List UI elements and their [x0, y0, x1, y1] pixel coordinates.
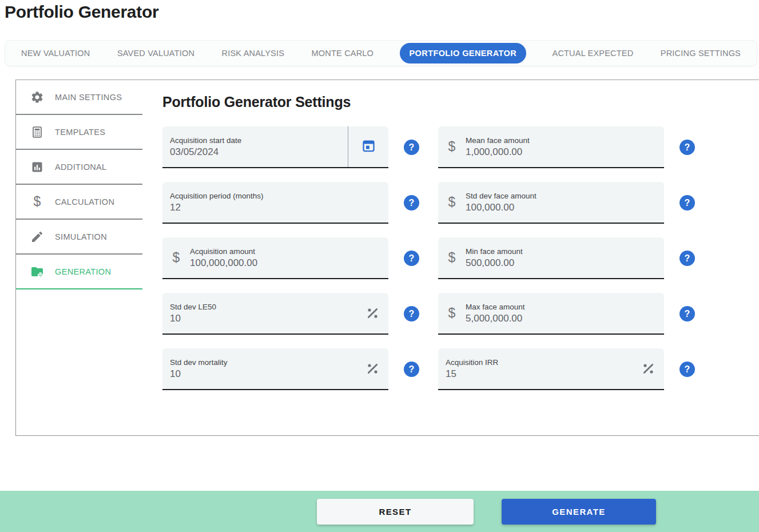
field-max-face-amount[interactable]: $ Max face amount 5,000,000.00 [438, 293, 664, 335]
sidebar-item-simulation[interactable]: SIMULATION [16, 220, 142, 255]
sidebar-item-additional[interactable]: ADDITIONAL [16, 150, 142, 185]
percent-icon [356, 293, 388, 334]
sidebar-item-label: CALCULATION [55, 197, 114, 207]
help-icon[interactable]: ? [679, 140, 695, 155]
help-icon[interactable]: ? [404, 140, 419, 155]
reset-button[interactable]: RESET [317, 499, 474, 525]
field-label: Max face amount [466, 303, 525, 311]
tab-risk-analysis[interactable]: RISK ANALYSIS [221, 43, 286, 63]
content-box: MAIN SETTINGS TEMPLATES ADDITIONAL $ CAL… [15, 80, 759, 436]
pencil-icon [30, 230, 44, 244]
field-value: 5,000,000.00 [466, 313, 525, 324]
form-row: Std dev LE50 10 ? $ [162, 293, 759, 335]
field-acquisition-irr[interactable]: Acquisition IRR 15 [438, 348, 664, 390]
percent-icon [632, 348, 664, 389]
dollar-prefix-icon: $ [162, 250, 190, 265]
settings-heading: Portfolio Generator Settings [162, 94, 759, 110]
field-label: Min face amount [466, 247, 523, 256]
tab-pricing-settings[interactable]: PRICING SETTINGS [659, 43, 742, 63]
bar-chart-icon [30, 160, 44, 174]
field-value: 03/05/2024 [170, 146, 241, 158]
folder-plus-icon [30, 265, 44, 279]
field-label: Std dev face amount [466, 192, 537, 200]
field-value: 100,000,000.00 [190, 257, 257, 269]
help-icon[interactable]: ? [404, 251, 419, 266]
form-row: Acquisition period (months) 12 ? $ Std d… [162, 182, 759, 224]
tab-saved-valuation[interactable]: SAVED VALUATION [116, 43, 196, 63]
field-acquisition-period[interactable]: Acquisition period (months) 12 [162, 182, 388, 224]
sidebar-item-label: GENERATION [55, 267, 111, 276]
sidebar-item-label: TEMPLATES [55, 128, 105, 137]
calendar-icon [361, 138, 376, 156]
date-picker-button[interactable] [348, 126, 388, 167]
tab-monte-carlo[interactable]: MONTE CARLO [311, 43, 375, 63]
sidebar-item-label: MAIN SETTINGS [55, 93, 122, 102]
form-row: $ Acquisition amount 100,000,000.00 ? $ [162, 237, 759, 279]
sidebar-item-templates[interactable]: TEMPLATES [16, 115, 142, 150]
field-mean-face-amount[interactable]: $ Mean face amount 1,000,000.00 [438, 126, 664, 168]
gear-icon [30, 90, 44, 104]
dollar-prefix-icon: $ [438, 305, 466, 321]
field-min-face-amount[interactable]: $ Min face amount 500,000.00 [438, 237, 664, 279]
field-value: 15 [446, 368, 498, 380]
tab-portfolio-generator[interactable]: PORTFOLIO GENERATOR [400, 43, 527, 63]
help-icon[interactable]: ? [679, 195, 695, 211]
tab-bar: NEW VALUATION SAVED VALUATION RISK ANALY… [5, 40, 757, 66]
settings-form: Acquisition start date 03/05/2024 ? [162, 126, 759, 390]
field-label: Mean face amount [466, 136, 530, 145]
dollar-prefix-icon: $ [438, 139, 466, 154]
action-bar: RESET GENERATE [0, 491, 759, 532]
help-icon[interactable]: ? [679, 251, 695, 266]
dollar-prefix-icon: $ [438, 194, 466, 210]
field-label: Std dev LE50 [170, 303, 216, 311]
settings-sidebar: MAIN SETTINGS TEMPLATES ADDITIONAL $ CAL… [16, 80, 142, 435]
sidebar-item-calculation[interactable]: $ CALCULATION [16, 185, 142, 220]
field-value: 10 [170, 313, 216, 324]
field-std-dev-le50[interactable]: Std dev LE50 10 [162, 293, 388, 335]
settings-panel: Portfolio Generator Settings Acquisition… [142, 80, 759, 435]
field-label: Acquisition start date [170, 136, 241, 145]
field-label: Std dev mortality [170, 358, 228, 367]
sidebar-item-main-settings[interactable]: MAIN SETTINGS [16, 80, 142, 115]
tab-actual-expected[interactable]: ACTUAL EXPECTED [551, 43, 635, 63]
field-acquisition-start-date[interactable]: Acquisition start date 03/05/2024 [162, 126, 388, 168]
sidebar-item-generation[interactable]: GENERATION [16, 255, 142, 289]
dollar-icon: $ [30, 195, 44, 209]
form-row: Acquisition start date 03/05/2024 ? [162, 126, 759, 168]
help-icon[interactable]: ? [679, 362, 695, 377]
sidebar-item-label: ADDITIONAL [55, 162, 107, 172]
calculator-icon [30, 125, 44, 139]
page-title: Portfolio Generator [5, 2, 158, 22]
help-icon[interactable]: ? [679, 306, 695, 321]
sidebar-item-label: SIMULATION [55, 232, 107, 241]
percent-icon [356, 348, 388, 389]
field-value: 12 [170, 202, 264, 213]
field-label: Acquisition period (months) [170, 192, 264, 200]
tab-new-valuation[interactable]: NEW VALUATION [20, 43, 92, 63]
dollar-prefix-icon: $ [438, 250, 466, 265]
field-value: 500,000.00 [466, 257, 523, 269]
field-label: Acquisition amount [190, 247, 257, 256]
field-value: 1,000,000.00 [466, 146, 530, 158]
form-row: Std dev mortality 10 ? [162, 348, 759, 390]
field-value: 100,000.00 [466, 202, 537, 213]
field-acquisition-amount[interactable]: $ Acquisition amount 100,000,000.00 [162, 237, 388, 279]
generate-button[interactable]: GENERATE [502, 499, 656, 525]
field-value: 10 [170, 368, 228, 380]
help-icon[interactable]: ? [404, 306, 419, 321]
field-std-dev-mortality[interactable]: Std dev mortality 10 [162, 348, 388, 390]
field-std-dev-face-amount[interactable]: $ Std dev face amount 100,000.00 [438, 182, 664, 224]
help-icon[interactable]: ? [404, 195, 419, 211]
field-label: Acquisition IRR [446, 358, 498, 367]
help-icon[interactable]: ? [404, 362, 419, 377]
